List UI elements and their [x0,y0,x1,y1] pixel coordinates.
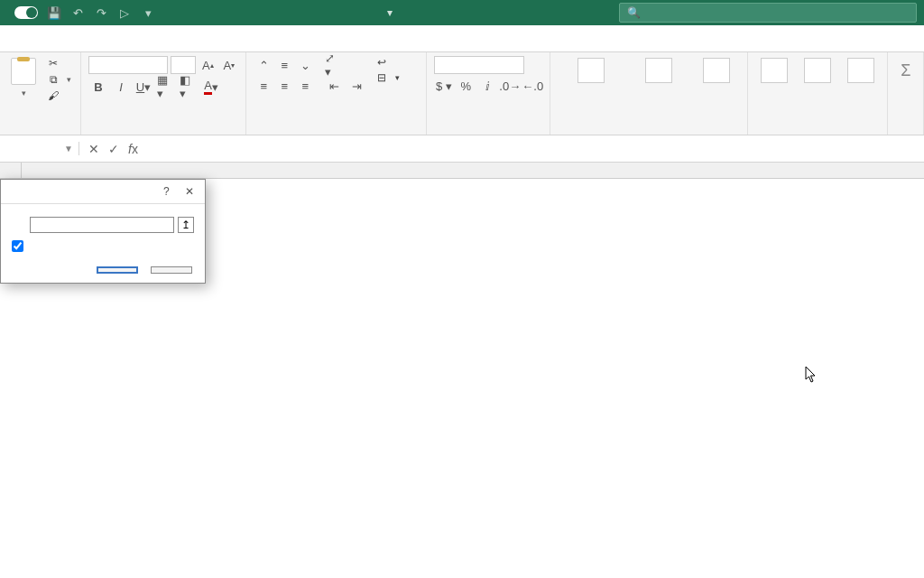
decrease-indent-icon[interactable]: ⇤ [324,77,344,95]
delete-icon [804,58,831,83]
merge-button[interactable]: ⊟ ▾ [375,71,400,84]
align-left-icon[interactable]: ≡ [254,77,273,95]
align-center-icon[interactable]: ≡ [274,77,294,95]
group-label [558,131,740,133]
comma-icon[interactable]: ⅈ [478,77,497,95]
cell-styles-icon [703,58,730,83]
format-cells-button[interactable] [842,56,880,86]
autosum-icon[interactable]: Σ [895,56,916,86]
number-format-combo[interactable] [434,56,524,74]
group-font: A▴ A▾ B I U ▾ ▦ ▾ ◧ ▾ A ▾ [81,52,246,135]
title-bar: 💾 ↶ ↷ ▷ ▾ ▾ 🔍 [0,0,924,25]
table-icon [645,58,672,83]
chevron-down-icon: ▼ [64,144,73,154]
mouse-cursor-icon [805,367,818,383]
checkbox-icon[interactable] [12,240,23,252]
select-all-corner[interactable] [0,163,22,178]
ok-button[interactable] [97,266,138,274]
search-box[interactable]: 🔍 [619,3,917,23]
align-middle-icon[interactable]: ≡ [274,56,294,74]
brush-icon: 🖌 [47,89,60,102]
redo-icon[interactable]: ↷ [94,5,108,20]
create-table-dialog: ? ✕ ↥ [0,179,206,284]
group-label [88,131,238,133]
align-top-icon[interactable]: ⌃ [254,56,273,74]
undo-icon[interactable]: ↶ [70,5,85,20]
table-range-input[interactable] [30,217,174,233]
border-button[interactable]: ▦ ▾ [156,78,176,96]
decrease-font-icon[interactable]: A▾ [220,56,239,74]
name-box[interactable]: ▼ [0,142,79,155]
cut-button[interactable]: ✂ [45,56,73,70]
wrap-icon: ↩ [375,56,388,69]
percent-icon[interactable]: % [457,77,476,95]
close-icon[interactable]: ✕ [181,185,198,198]
format-as-table-button[interactable] [630,56,688,86]
enter-formula-icon[interactable]: ✓ [108,142,119,156]
group-label [254,131,419,133]
search-icon: 🔍 [627,6,641,19]
increase-decimal-icon[interactable]: .0→ [500,77,520,95]
insert-icon [761,58,788,83]
insert-cells-button[interactable] [755,56,793,86]
group-label [7,131,73,133]
copy-button[interactable]: ⧉ ▾ [45,72,73,87]
align-bottom-icon[interactable]: ⌄ [295,56,315,74]
font-color-button[interactable]: A ▾ [201,78,221,96]
copy-icon: ⧉ [47,73,60,86]
align-right-icon[interactable]: ≡ [295,77,315,95]
paste-button[interactable]: ▾ [7,56,40,99]
bold-button[interactable]: B [88,78,108,96]
ribbon-tabs [0,25,924,52]
headers-checkbox[interactable] [12,240,194,252]
cancel-formula-icon[interactable]: ✕ [88,142,99,156]
currency-icon[interactable]: $ ▾ [434,77,453,95]
qat-dropdown-icon[interactable]: ▾ [141,5,155,20]
format-painter-button[interactable]: 🖌 [45,89,73,103]
collapse-dialog-icon[interactable]: ↥ [178,217,194,233]
group-alignment: ⌃ ≡ ⌄ ≡ ≡ ≡ ⤢ ▾ ⇤ ⇥ ↩ [246,52,427,135]
delete-cells-button[interactable] [799,56,836,86]
save-icon[interactable]: 💾 [47,5,61,20]
group-label [755,131,880,133]
group-clipboard: ▾ ✂ ⧉ ▾ 🖌 [0,52,81,135]
formula-bar: ▼ ✕ ✓ fx [0,135,924,163]
merge-icon: ⊟ [375,71,388,84]
conditional-formatting-button[interactable] [558,56,624,86]
fx-icon[interactable]: fx [128,142,138,156]
help-icon[interactable]: ? [163,185,170,198]
spreadsheet-grid[interactable] [0,163,924,179]
group-styles [550,52,748,135]
group-label [434,131,542,133]
group-editing: Σ [888,52,924,135]
group-cells [748,52,888,135]
title-dropdown-icon[interactable]: ▾ [387,6,393,19]
fill-color-button[interactable]: ◧ ▾ [179,78,199,96]
orientation-icon[interactable]: ⤢ ▾ [324,56,344,74]
ribbon: ▾ ✂ ⧉ ▾ 🖌 A▴ A▾ B I U ▾ ▦ ▾ ◧ ▾ [0,52,924,135]
decrease-decimal-icon[interactable]: ←.0 [522,77,542,95]
underline-button[interactable]: U ▾ [134,78,153,96]
paste-icon [11,58,36,85]
format-icon [847,58,874,83]
autosave-toggle[interactable] [7,6,38,19]
increase-font-icon[interactable]: A▴ [199,56,217,74]
quickaccess-icon[interactable]: ▷ [117,5,132,20]
group-number: $ ▾ % ⅈ .0→ ←.0 [427,52,550,135]
toggle-icon [14,6,38,19]
cancel-button[interactable] [151,266,192,274]
chevron-down-icon: ▾ [22,89,26,98]
cut-icon: ✂ [47,57,60,70]
font-size-combo[interactable] [171,56,196,74]
cell-styles-button[interactable] [693,56,740,86]
font-name-combo[interactable] [88,56,168,74]
wrap-text-button[interactable]: ↩ [375,56,400,69]
cond-format-icon [578,58,605,83]
italic-button[interactable]: I [111,78,131,96]
increase-indent-icon[interactable]: ⇥ [346,77,366,95]
